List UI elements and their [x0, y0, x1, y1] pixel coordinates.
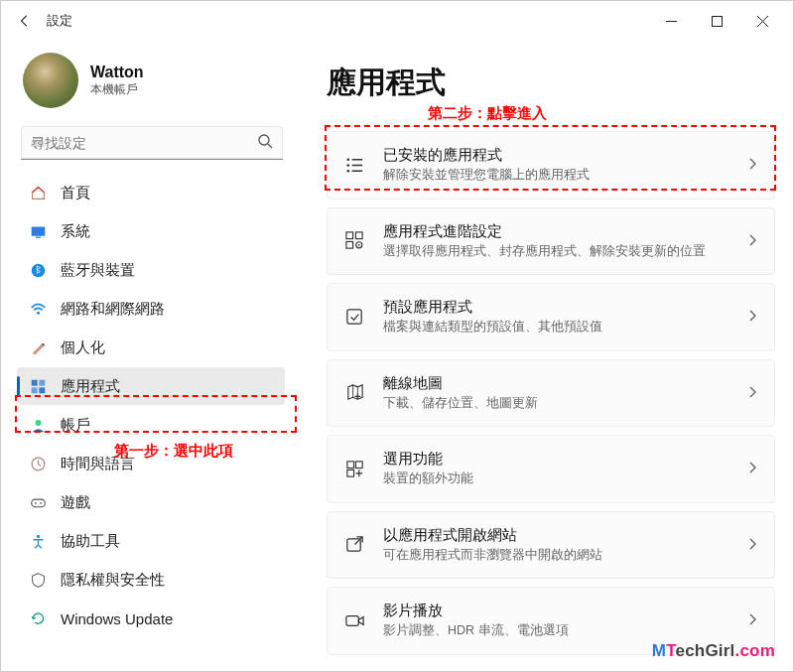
- svg-rect-19: [345, 232, 352, 239]
- card-title: 以應用程式開啟網站: [383, 526, 728, 545]
- sidebar-item-label: 應用程式: [61, 377, 120, 396]
- sidebar-item-accessibility[interactable]: 協助工具: [17, 522, 285, 560]
- annotation-step2: 第二步：點擊進入: [428, 104, 547, 123]
- svg-point-18: [346, 170, 349, 173]
- shield-icon: [29, 571, 47, 589]
- card-offline-maps[interactable]: 離線地圖 下載、儲存位置、地圖更新: [327, 359, 775, 428]
- card-sub: 裝置的額外功能: [383, 470, 728, 488]
- svg-rect-2: [31, 226, 45, 235]
- sidebar-item-label: 個人化: [61, 338, 105, 357]
- brush-icon: [29, 338, 47, 356]
- bluetooth-icon: [29, 261, 47, 279]
- search-box[interactable]: [21, 126, 283, 160]
- card-sub: 選擇取得應用程式、封存應用程式、解除安裝更新的位置: [383, 243, 728, 261]
- svg-rect-24: [346, 310, 360, 324]
- profile-name: Watton: [90, 64, 144, 81]
- sidebar-item-label: 隱私權與安全性: [61, 571, 165, 590]
- card-title: 已安裝的應用程式: [383, 146, 728, 165]
- svg-rect-7: [39, 379, 45, 385]
- maximize-button[interactable]: [694, 5, 739, 37]
- chevron-right-icon: [746, 384, 758, 402]
- chevron-right-icon: [746, 536, 758, 554]
- chevron-right-icon: [746, 232, 758, 250]
- svg-rect-25: [346, 462, 353, 469]
- card-title: 應用程式進階設定: [383, 222, 728, 241]
- card-title: 選用功能: [383, 450, 728, 469]
- sidebar-item-label: 網路和網際網路: [61, 300, 165, 319]
- svg-point-13: [35, 502, 37, 504]
- svg-rect-26: [355, 462, 362, 469]
- search-input[interactable]: [21, 126, 283, 160]
- svg-point-1: [259, 135, 269, 145]
- wifi-icon: [29, 300, 47, 318]
- sidebar: Watton 本機帳戶 首頁 系統 藍牙與裝置 網路和網際網路: [1, 41, 299, 671]
- clock-icon: [29, 455, 47, 472]
- svg-rect-27: [346, 470, 353, 476]
- card-title: 離線地圖: [383, 374, 728, 393]
- account-icon: [29, 416, 47, 434]
- svg-point-14: [40, 502, 42, 504]
- svg-rect-9: [39, 387, 45, 393]
- svg-point-15: [36, 534, 39, 537]
- minimize-button[interactable]: [648, 5, 694, 37]
- nav-list: 首頁 系統 藍牙與裝置 網路和網際網路 個人化 應用程式: [13, 174, 299, 637]
- profile-sub: 本機帳戶: [90, 81, 144, 98]
- window-title: 設定: [47, 12, 72, 30]
- card-sub: 下載、儲存位置、地圖更新: [383, 395, 728, 413]
- annotation-step1: 第一步：選中此項: [114, 442, 233, 461]
- sidebar-item-windows-update[interactable]: Windows Update: [17, 600, 285, 637]
- sidebar-item-apps[interactable]: 應用程式: [17, 367, 285, 405]
- profile[interactable]: Watton 本機帳戶: [13, 49, 299, 120]
- card-sub: 解除安裝並管理您電腦上的應用程式: [383, 167, 728, 185]
- card-sub: 可在應用程式而非瀏覽器中開啟的網站: [383, 547, 728, 565]
- accessibility-icon: [29, 532, 47, 550]
- update-icon: [29, 609, 47, 627]
- sidebar-item-network[interactable]: 網路和網際網路: [17, 290, 285, 328]
- list-icon: [343, 154, 365, 176]
- home-icon: [29, 184, 47, 202]
- card-sub: 影片調整、HDR 串流、電池選項: [383, 622, 728, 640]
- sidebar-item-personalization[interactable]: 個人化: [17, 329, 285, 366]
- sidebar-item-label: 系統: [61, 222, 90, 241]
- main-content: 應用程式 已安裝的應用程式 解除安裝並管理您電腦上的應用程式 應用程式進階設定 …: [299, 41, 793, 671]
- watermark: MTechGirl.com: [652, 641, 775, 661]
- system-icon: [29, 222, 47, 240]
- card-title: 影片播放: [383, 602, 728, 620]
- card-installed-apps[interactable]: 已安裝的應用程式 解除安裝並管理您電腦上的應用程式: [327, 131, 775, 200]
- video-icon: [343, 609, 365, 631]
- svg-rect-29: [345, 615, 357, 625]
- svg-point-10: [35, 419, 41, 425]
- sidebar-item-bluetooth[interactable]: 藍牙與裝置: [17, 251, 285, 289]
- sidebar-item-system[interactable]: 系統: [17, 212, 285, 250]
- gaming-icon: [29, 493, 47, 511]
- map-icon: [343, 382, 365, 404]
- back-button[interactable]: [9, 5, 41, 37]
- svg-point-17: [346, 164, 349, 167]
- sidebar-item-label: 帳戶: [61, 416, 90, 435]
- sidebar-item-gaming[interactable]: 遊戲: [17, 483, 285, 521]
- sidebar-item-home[interactable]: 首頁: [17, 174, 285, 211]
- close-button[interactable]: [739, 5, 785, 37]
- apps-icon: [29, 377, 47, 395]
- chevron-right-icon: [746, 611, 758, 629]
- card-optional-features[interactable]: 選用功能 裝置的額外功能: [327, 435, 775, 503]
- advanced-icon: [343, 230, 365, 252]
- svg-point-23: [357, 244, 359, 246]
- svg-point-5: [36, 311, 39, 314]
- sidebar-item-label: 協助工具: [61, 532, 120, 551]
- sidebar-item-privacy[interactable]: 隱私權與安全性: [17, 561, 285, 599]
- card-default-apps[interactable]: 預設應用程式 檔案與連結類型的預設值、其他預設值: [327, 283, 775, 351]
- svg-rect-3: [35, 236, 40, 237]
- card-advanced-app-settings[interactable]: 應用程式進階設定 選擇取得應用程式、封存應用程式、解除安裝更新的位置: [327, 207, 775, 276]
- avatar: [23, 53, 78, 108]
- card-apps-for-websites[interactable]: 以應用程式開啟網站 可在應用程式而非瀏覽器中開啟的網站: [327, 511, 775, 580]
- sidebar-item-label: 遊戲: [61, 493, 90, 512]
- page-title: 應用程式: [327, 63, 775, 103]
- svg-rect-21: [345, 242, 352, 249]
- sidebar-item-label: 首頁: [61, 184, 90, 202]
- chevron-right-icon: [746, 156, 758, 174]
- svg-rect-6: [31, 379, 37, 385]
- sidebar-item-accounts[interactable]: 帳戶: [17, 406, 285, 444]
- svg-point-16: [346, 158, 349, 161]
- card-title: 預設應用程式: [383, 298, 728, 317]
